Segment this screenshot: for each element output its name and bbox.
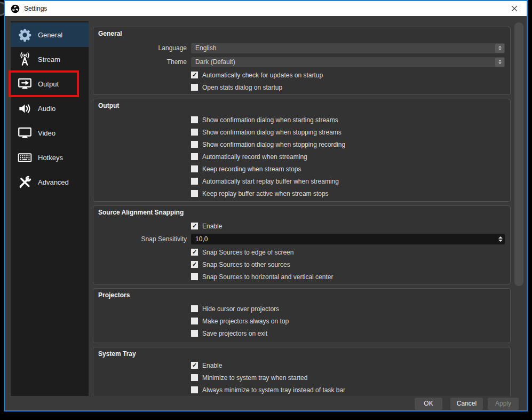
checkbox-row: Snap Sources to other sources	[93, 258, 510, 271]
cancel-button[interactable]: Cancel	[450, 398, 483, 410]
titlebar[interactable]: Settings	[5, 1, 527, 16]
sidebar-item-hotkeys[interactable]: Hotkeys	[11, 145, 89, 170]
sidebar-item-general[interactable]: General	[11, 22, 89, 47]
sidebar-item-output[interactable]: Output	[11, 72, 89, 96]
section-title: Projectors	[98, 291, 130, 299]
close-button[interactable]	[506, 1, 522, 16]
keyboard-icon	[18, 150, 32, 165]
section-title: General	[98, 30, 122, 37]
keep-replay-buffer-checkbox[interactable]	[191, 190, 198, 197]
checkbox-label: Snap Sources to other sources	[202, 261, 290, 268]
snap-center-checkbox[interactable]	[191, 273, 198, 280]
minimize-to-tray-checkbox[interactable]	[191, 374, 198, 381]
checkbox-label: Keep recording when stream stops	[202, 165, 301, 173]
snap-sensitivity-row: Snap Sensitivity 10,0	[93, 232, 510, 246]
snapping-enable-checkbox[interactable]	[191, 223, 198, 229]
checkbox-label: Show confirmation dialog when stopping s…	[202, 129, 342, 136]
projectors-on-top-checkbox[interactable]	[191, 318, 198, 324]
checkbox-row: Show confirmation dialog when stopping r…	[93, 138, 510, 150]
theme-row: Theme Dark (Default)	[93, 55, 510, 69]
window-title: Settings	[24, 5, 47, 12]
chevron-down-icon	[498, 49, 502, 50]
theme-select[interactable]: Dark (Default)	[191, 57, 505, 67]
checkbox-row: Snap Sources to horizontal and vertical …	[93, 271, 510, 283]
checkbox-row: Open stats dialog on startup	[93, 81, 510, 93]
checkbox-row: Save projectors on exit	[93, 327, 510, 339]
checkbox-row: Keep replay buffer active when stream st…	[93, 187, 510, 200]
auto-record-checkbox[interactable]	[191, 153, 198, 160]
monitor-arrow-icon	[18, 77, 32, 91]
checkbox-row: Automatically start replay buffer when s…	[93, 175, 510, 187]
checkbox-row: Show confirmation dialog when starting s…	[93, 114, 510, 126]
checkbox-label: Show confirmation dialog when stopping r…	[202, 141, 345, 148]
chevron-up-icon	[498, 46, 502, 47]
snap-sources-checkbox[interactable]	[191, 261, 198, 268]
screen: Settings General	[0, 0, 532, 420]
ok-button[interactable]: OK	[415, 398, 442, 410]
close-icon	[511, 5, 518, 12]
vertical-scrollbar-thumb[interactable]	[514, 22, 523, 286]
settings-window: Settings General	[4, 0, 528, 411]
theme-select-spinner[interactable]	[495, 58, 504, 67]
checkbox-label: Snap Sources to horizontal and vertical …	[202, 273, 333, 281]
sidebar-item-stream[interactable]: Stream	[11, 47, 89, 72]
chevron-up-icon	[498, 60, 502, 61]
speaker-icon	[18, 101, 32, 116]
open-stats-checkbox[interactable]	[191, 84, 198, 91]
checkbox-label: Minimize to system tray when started	[202, 374, 307, 382]
broadcast-icon	[18, 52, 32, 67]
spinbox-arrows[interactable]	[498, 234, 503, 244]
checkbox-label: Automatically start replay buffer when s…	[202, 178, 339, 185]
sidebar-item-label: General	[38, 31, 62, 39]
hide-cursor-checkbox[interactable]	[191, 305, 198, 312]
checkbox-row: Minimize to system tray when started	[93, 371, 510, 384]
checkbox-label: Enable	[202, 362, 222, 369]
section-title: Source Alignment Snapping	[98, 209, 184, 216]
confirm-stop-stream-checkbox[interactable]	[191, 129, 198, 136]
sidebar-item-label: Advanced	[38, 178, 69, 186]
chevron-down-icon	[498, 62, 502, 64]
sidebar-item-video[interactable]: Video	[11, 121, 89, 145]
language-select-spinner[interactable]	[495, 44, 504, 53]
section-output: Output Show confirmation dialog when sta…	[93, 99, 511, 202]
checkbox-row: Show confirmation dialog when stopping s…	[93, 126, 510, 138]
chevron-up-icon	[498, 236, 503, 239]
sidebar-item-audio[interactable]: Audio	[11, 96, 89, 121]
checkbox-row: Always minimize to system tray instead o…	[93, 384, 510, 396]
apply-button[interactable]: Apply	[488, 398, 519, 410]
always-minimize-tray-checkbox[interactable]	[191, 386, 198, 393]
language-row: Language English	[93, 41, 510, 55]
confirm-start-stream-checkbox[interactable]	[191, 116, 198, 123]
checkbox-row: Keep recording when stream stops	[93, 163, 510, 175]
section-projectors: Projectors Hide cursor over projectors M…	[93, 288, 511, 343]
language-value: English	[191, 44, 495, 52]
section-title: System Tray	[98, 350, 136, 358]
snap-sensitivity-spinbox[interactable]: 10,0	[191, 234, 505, 244]
save-projectors-checkbox[interactable]	[191, 330, 198, 337]
checkbox-label: Automatically record when streaming	[202, 153, 307, 161]
checkbox-label: Automatically check for updates on start…	[202, 72, 323, 79]
snap-sensitivity-value: 10,0	[191, 234, 505, 244]
checkbox-label: Keep replay buffer active when stream st…	[202, 190, 329, 197]
language-select[interactable]: English	[191, 43, 505, 53]
keep-recording-checkbox[interactable]	[191, 165, 198, 172]
section-source-alignment-snapping: Source Alignment Snapping Enable Snap Se…	[93, 205, 511, 284]
confirm-stop-recording-checkbox[interactable]	[191, 141, 198, 148]
sidebar-item-advanced[interactable]: Advanced	[11, 170, 89, 194]
checkbox-row: Enable	[93, 220, 510, 232]
checkbox-label: Hide cursor over projectors	[202, 305, 279, 313]
language-label: Language	[93, 44, 191, 52]
checkbox-row: Enable	[93, 359, 510, 371]
tray-enable-checkbox[interactable]	[191, 362, 198, 369]
auto-update-checkbox[interactable]	[191, 72, 198, 78]
sidebar-item-label: Audio	[38, 105, 55, 113]
theme-value: Dark (Default)	[191, 58, 495, 66]
section-general: General Language English Theme Da	[93, 27, 511, 95]
chevron-down-icon	[498, 240, 503, 242]
sidebar-item-label: Video	[38, 129, 55, 137]
checkbox-row: Automatically record when streaming	[93, 150, 510, 163]
auto-replay-buffer-checkbox[interactable]	[191, 178, 198, 185]
snap-edge-checkbox[interactable]	[191, 249, 198, 256]
section-system-tray: System Tray Enable Minimize to system tr…	[93, 347, 511, 396]
sidebar-item-label: Output	[38, 80, 59, 88]
